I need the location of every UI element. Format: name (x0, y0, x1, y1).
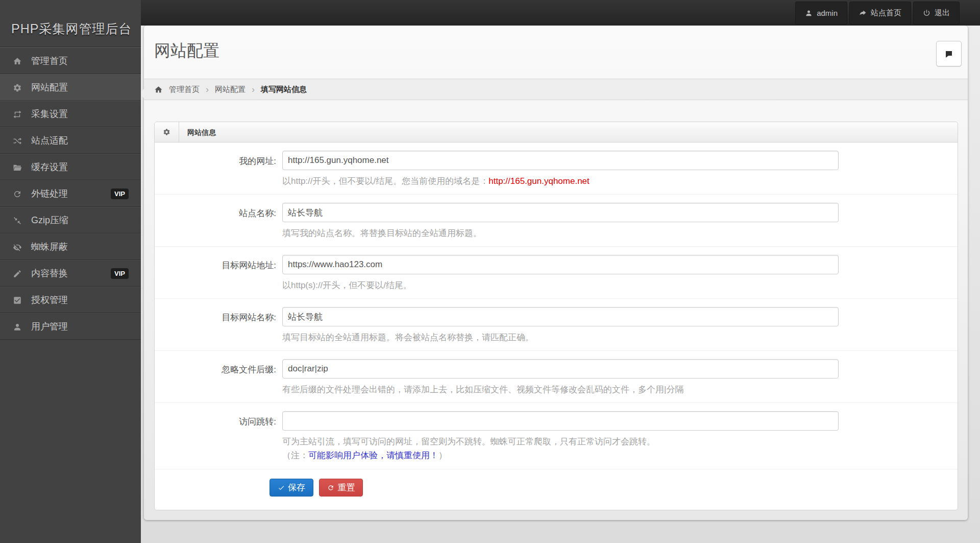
card-header: 网站配置 (144, 26, 968, 79)
breadcrumb-home-link[interactable]: 管理首页 (169, 85, 200, 95)
field-help: 填写我的站点名称。将替换目标站的全站通用标题。 (282, 228, 958, 239)
sidebar-item-external-links[interactable]: 外链处理 VIP (0, 180, 141, 207)
my-url-input[interactable] (282, 151, 839, 170)
sidebar-item-label: 站点适配 (31, 134, 68, 147)
breadcrumb: 管理首页 › 网站配置 › 填写网站信息 (144, 79, 968, 100)
sidebar-item-label: 用户管理 (31, 320, 68, 333)
current-domain-link[interactable]: http://165.gun.yqhome.net (488, 176, 590, 186)
sidebar-item-label: 授权管理 (31, 294, 68, 306)
redirect-input[interactable] (282, 411, 839, 431)
field-label: 目标网站地址: (155, 255, 282, 291)
sidebar-item-user-manage[interactable]: 用户管理 (0, 313, 141, 340)
sidebar-item-content-replace[interactable]: 内容替换 VIP (0, 260, 141, 287)
save-button[interactable]: 保存 (270, 479, 313, 497)
gear-icon (12, 82, 22, 93)
check-icon (278, 484, 285, 491)
sidebar-item-label: 内容替换 (31, 267, 68, 279)
reset-button-label: 重置 (337, 482, 355, 493)
form-row-my-url: 我的网址: 以http://开头，但不要以/结尾。您当前使用的域名是：http:… (155, 143, 958, 195)
home-icon (12, 56, 22, 66)
form-row-target-url: 目标网站地址: 以http(s)://开头，但不要以/结尾。 (155, 247, 958, 299)
note-suffix: ） (438, 451, 447, 460)
field-help: 有些后缀的文件处理会出错的，请添加上去，比如压缩文件、视频文件等修改会乱码的文件… (282, 384, 958, 395)
collect-icon (12, 109, 22, 120)
folder-icon (12, 162, 22, 173)
field-help-note: （注：可能影响用户体验，请慎重使用！） (282, 450, 958, 462)
sidebar-item-cache-settings[interactable]: 缓存设置 (0, 154, 141, 180)
field-help: 可为主站引流，填写可访问的网址，留空则为不跳转。蜘蛛可正常爬取，只有正常访问才会… (282, 436, 958, 447)
user-icon (12, 321, 22, 332)
form-actions: 保存 重置 (155, 469, 958, 510)
form-row-ignore-ext: 忽略文件后缀: 有些后缀的文件处理会出错的，请添加上去，比如压缩文件、视频文件等… (155, 351, 958, 403)
main-content: 网站配置 管理首页 › 网站配置 › 填写网站信息 网站信息 我的网址: (141, 0, 980, 543)
sidebar-nav: 管理首页 网站配置 采集设置 站点适配 缓存设置 外链处理 VIP Gzip压缩 (0, 47, 141, 340)
field-label: 我的网址: (155, 151, 282, 187)
gear-icon (155, 122, 179, 142)
content-card: 网站配置 管理首页 › 网站配置 › 填写网站信息 网站信息 我的网址: (144, 26, 968, 520)
refresh-icon (12, 188, 22, 199)
sidebar-item-label: 缓存设置 (31, 161, 68, 173)
sidebar-item-label: 网站配置 (31, 81, 68, 93)
sidebar-item-site-config[interactable]: 网站配置 (0, 74, 141, 101)
sidebar-item-collect-settings[interactable]: 采集设置 (0, 101, 141, 127)
page-title: 网站配置 (154, 41, 958, 60)
sidebar-item-label: 外链处理 (31, 187, 68, 200)
target-url-input[interactable] (282, 255, 839, 274)
comment-icon (944, 50, 953, 59)
sidebar-item-spider-block[interactable]: 蜘蛛屏蔽 (0, 233, 141, 260)
field-label: 访问跳转: (155, 411, 282, 462)
field-label: 忽略文件后缀: (155, 359, 282, 395)
vip-badge: VIP (111, 188, 129, 199)
note-prefix: （注： (282, 451, 308, 460)
sidebar-item-auth-manage[interactable]: 授权管理 (0, 287, 141, 313)
save-button-label: 保存 (288, 482, 305, 493)
sidebar-item-site-adapt[interactable]: 站点适配 (0, 127, 141, 154)
help-text: 以http://开头，但不要以/结尾。您当前使用的域名是： (282, 176, 488, 186)
panel-title: 网站信息 (179, 122, 224, 142)
breadcrumb-section-link[interactable]: 网站配置 (215, 85, 246, 95)
form-row-redirect: 访问跳转: 可为主站引流，填写可访问的网址，留空则为不跳转。蜘蛛可正常爬取，只有… (155, 403, 958, 469)
panel-header: 网站信息 (155, 122, 958, 143)
sidebar: PHP采集网管理后台 管理首页 网站配置 采集设置 站点适配 缓存设置 外链处理… (0, 0, 141, 543)
site-name-input[interactable] (282, 203, 839, 222)
ignore-ext-input[interactable] (282, 359, 839, 379)
field-label: 站点名称: (155, 203, 282, 239)
field-help: 填写目标站的全站通用标题。将会被站点名称替换，请匹配正确。 (282, 332, 958, 343)
sidebar-item-label: Gzip压缩 (31, 214, 68, 226)
experience-warning-link[interactable]: 可能影响用户体验，请慎重使用！ (308, 451, 438, 460)
check-square-icon (12, 295, 22, 305)
breadcrumb-current: 填写网站信息 (261, 85, 307, 95)
target-name-input[interactable] (282, 307, 839, 326)
comment-button[interactable] (936, 41, 962, 66)
eye-slash-icon (12, 242, 22, 252)
field-help: 以http(s)://开头，但不要以/结尾。 (282, 280, 958, 291)
compress-icon (12, 215, 22, 226)
field-label: 目标网站名称: (155, 307, 282, 343)
breadcrumb-separator: › (206, 84, 209, 95)
sidebar-item-gzip[interactable]: Gzip压缩 (0, 207, 141, 233)
pencil-icon (12, 268, 22, 279)
field-help: 以http://开头，但不要以/结尾。您当前使用的域名是：http://165.… (282, 176, 958, 187)
site-info-panel: 网站信息 我的网址: 以http://开头，但不要以/结尾。您当前使用的域名是：… (154, 122, 958, 510)
breadcrumb-separator: › (252, 84, 255, 95)
sidebar-item-label: 管理首页 (31, 55, 68, 67)
reset-button[interactable]: 重置 (319, 479, 363, 497)
form-row-target-name: 目标网站名称: 填写目标站的全站通用标题。将会被站点名称替换，请匹配正确。 (155, 299, 958, 351)
sidebar-item-admin-home[interactable]: 管理首页 (0, 48, 141, 74)
home-icon (154, 85, 163, 94)
vip-badge: VIP (111, 268, 129, 279)
form-row-site-name: 站点名称: 填写我的站点名称。将替换目标站的全站通用标题。 (155, 195, 958, 247)
panel-body: 我的网址: 以http://开头，但不要以/结尾。您当前使用的域名是：http:… (155, 143, 958, 510)
refresh-icon (327, 484, 334, 491)
app-logo: PHP采集网管理后台 (0, 0, 141, 47)
shuffle-icon (12, 135, 22, 146)
sidebar-item-label: 蜘蛛屏蔽 (31, 241, 68, 253)
sidebar-item-label: 采集设置 (31, 108, 68, 120)
